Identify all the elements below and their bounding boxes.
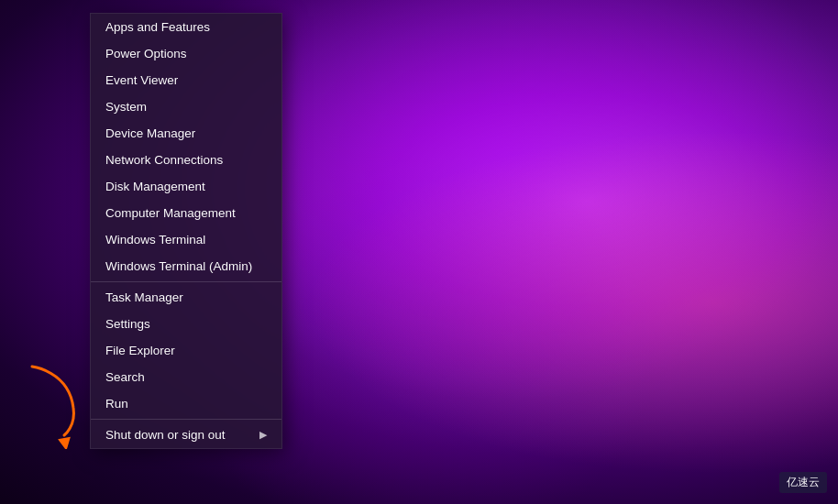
menu-item-computer-management[interactable]: Computer Management: [91, 200, 281, 226]
menu-separator: [91, 281, 281, 282]
menu-item-apps-features[interactable]: Apps and Features: [91, 14, 281, 40]
menu-item-shut-down[interactable]: Shut down or sign out▶: [91, 422, 281, 448]
menu-item-power-options[interactable]: Power Options: [91, 40, 281, 67]
menu-item-windows-terminal[interactable]: Windows Terminal: [91, 226, 281, 253]
menu-label-power-options: Power Options: [105, 47, 187, 60]
menu-label-windows-terminal-admin: Windows Terminal (Admin): [105, 259, 252, 273]
menu-label-search: Search: [105, 370, 145, 384]
svg-marker-0: [58, 437, 72, 449]
menu-item-event-viewer[interactable]: Event Viewer: [91, 67, 281, 93]
watermark: 亿速云: [779, 472, 827, 493]
menu-item-file-explorer[interactable]: File Explorer: [91, 337, 281, 364]
menu-label-shut-down: Shut down or sign out: [105, 428, 226, 442]
menu-label-run: Run: [105, 397, 128, 411]
chevron-right-icon: ▶: [259, 429, 267, 441]
menu-item-run[interactable]: Run: [91, 390, 281, 417]
menu-label-windows-terminal: Windows Terminal: [105, 233, 205, 247]
menu-separator: [91, 419, 281, 420]
menu-label-device-manager: Device Manager: [105, 126, 195, 140]
menu-item-task-manager[interactable]: Task Manager: [91, 284, 281, 311]
menu-item-settings[interactable]: Settings: [91, 311, 281, 337]
menu-label-network-connections: Network Connections: [105, 153, 223, 167]
menu-label-disk-management: Disk Management: [105, 180, 205, 193]
menu-label-task-manager: Task Manager: [105, 290, 183, 304]
menu-item-search[interactable]: Search: [91, 364, 281, 390]
watermark-text: 亿速云: [787, 476, 820, 488]
menu-item-system[interactable]: System: [91, 93, 281, 120]
menu-item-device-manager[interactable]: Device Manager: [91, 120, 281, 147]
menu-label-file-explorer: File Explorer: [105, 344, 175, 357]
menu-label-system: System: [105, 100, 147, 114]
menu-label-event-viewer: Event Viewer: [105, 73, 178, 87]
menu-label-apps-features: Apps and Features: [105, 20, 210, 34]
menu-item-network-connections[interactable]: Network Connections: [91, 147, 281, 173]
arrow-annotation: [14, 357, 96, 453]
menu-item-windows-terminal-admin[interactable]: Windows Terminal (Admin): [91, 253, 281, 279]
context-menu: Apps and FeaturesPower OptionsEvent View…: [90, 13, 282, 449]
menu-label-computer-management: Computer Management: [105, 206, 236, 220]
menu-label-settings: Settings: [105, 317, 150, 331]
menu-item-disk-management[interactable]: Disk Management: [91, 173, 281, 200]
